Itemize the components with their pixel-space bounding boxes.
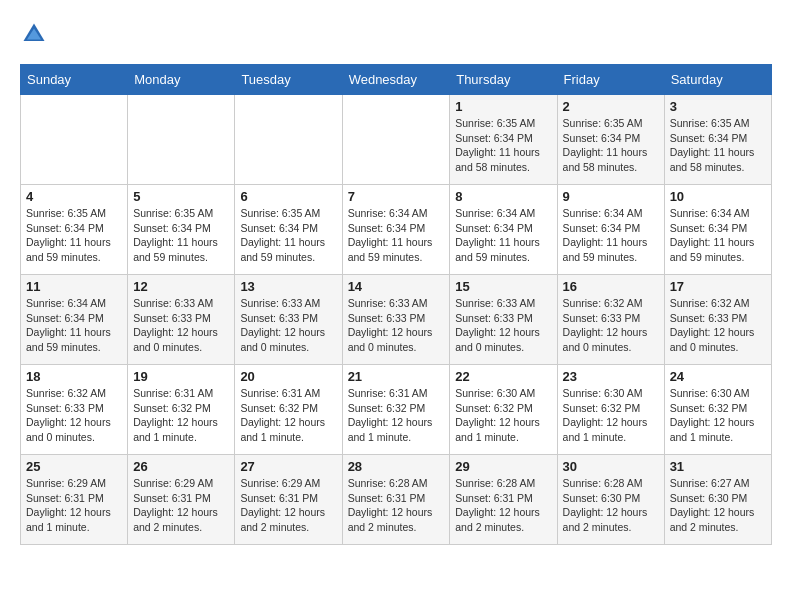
day-number: 17 <box>670 279 766 294</box>
calendar-day-cell: 18Sunrise: 6:32 AM Sunset: 6:33 PM Dayli… <box>21 365 128 455</box>
calendar-week-row: 1Sunrise: 6:35 AM Sunset: 6:34 PM Daylig… <box>21 95 772 185</box>
day-number: 10 <box>670 189 766 204</box>
day-info: Sunrise: 6:28 AM Sunset: 6:31 PM Dayligh… <box>455 476 551 535</box>
day-of-week-header: Sunday <box>21 65 128 95</box>
day-number: 8 <box>455 189 551 204</box>
day-info: Sunrise: 6:35 AM Sunset: 6:34 PM Dayligh… <box>240 206 336 265</box>
day-number: 20 <box>240 369 336 384</box>
day-info: Sunrise: 6:33 AM Sunset: 6:33 PM Dayligh… <box>455 296 551 355</box>
day-of-week-header: Thursday <box>450 65 557 95</box>
calendar-day-cell: 22Sunrise: 6:30 AM Sunset: 6:32 PM Dayli… <box>450 365 557 455</box>
day-number: 27 <box>240 459 336 474</box>
calendar-day-cell: 19Sunrise: 6:31 AM Sunset: 6:32 PM Dayli… <box>128 365 235 455</box>
logo-icon <box>20 20 48 48</box>
day-info: Sunrise: 6:34 AM Sunset: 6:34 PM Dayligh… <box>455 206 551 265</box>
day-number: 15 <box>455 279 551 294</box>
day-info: Sunrise: 6:34 AM Sunset: 6:34 PM Dayligh… <box>563 206 659 265</box>
day-number: 1 <box>455 99 551 114</box>
day-number: 18 <box>26 369 122 384</box>
day-info: Sunrise: 6:34 AM Sunset: 6:34 PM Dayligh… <box>26 296 122 355</box>
calendar-day-cell <box>235 95 342 185</box>
header-row: SundayMondayTuesdayWednesdayThursdayFrid… <box>21 65 772 95</box>
calendar-day-cell: 30Sunrise: 6:28 AM Sunset: 6:30 PM Dayli… <box>557 455 664 545</box>
calendar-day-cell: 4Sunrise: 6:35 AM Sunset: 6:34 PM Daylig… <box>21 185 128 275</box>
day-info: Sunrise: 6:30 AM Sunset: 6:32 PM Dayligh… <box>563 386 659 445</box>
day-info: Sunrise: 6:33 AM Sunset: 6:33 PM Dayligh… <box>240 296 336 355</box>
day-info: Sunrise: 6:32 AM Sunset: 6:33 PM Dayligh… <box>563 296 659 355</box>
day-info: Sunrise: 6:28 AM Sunset: 6:30 PM Dayligh… <box>563 476 659 535</box>
day-info: Sunrise: 6:32 AM Sunset: 6:33 PM Dayligh… <box>26 386 122 445</box>
day-number: 7 <box>348 189 445 204</box>
calendar-day-cell: 23Sunrise: 6:30 AM Sunset: 6:32 PM Dayli… <box>557 365 664 455</box>
page-header <box>20 20 772 48</box>
day-number: 3 <box>670 99 766 114</box>
day-info: Sunrise: 6:30 AM Sunset: 6:32 PM Dayligh… <box>670 386 766 445</box>
day-number: 13 <box>240 279 336 294</box>
day-info: Sunrise: 6:35 AM Sunset: 6:34 PM Dayligh… <box>26 206 122 265</box>
day-info: Sunrise: 6:34 AM Sunset: 6:34 PM Dayligh… <box>670 206 766 265</box>
calendar-day-cell: 5Sunrise: 6:35 AM Sunset: 6:34 PM Daylig… <box>128 185 235 275</box>
day-number: 14 <box>348 279 445 294</box>
day-info: Sunrise: 6:29 AM Sunset: 6:31 PM Dayligh… <box>26 476 122 535</box>
day-number: 2 <box>563 99 659 114</box>
day-number: 28 <box>348 459 445 474</box>
calendar-day-cell: 29Sunrise: 6:28 AM Sunset: 6:31 PM Dayli… <box>450 455 557 545</box>
calendar-day-cell: 28Sunrise: 6:28 AM Sunset: 6:31 PM Dayli… <box>342 455 450 545</box>
day-number: 25 <box>26 459 122 474</box>
day-info: Sunrise: 6:30 AM Sunset: 6:32 PM Dayligh… <box>455 386 551 445</box>
calendar-day-cell: 31Sunrise: 6:27 AM Sunset: 6:30 PM Dayli… <box>664 455 771 545</box>
day-info: Sunrise: 6:35 AM Sunset: 6:34 PM Dayligh… <box>133 206 229 265</box>
calendar-day-cell: 26Sunrise: 6:29 AM Sunset: 6:31 PM Dayli… <box>128 455 235 545</box>
calendar-day-cell <box>21 95 128 185</box>
calendar-week-row: 25Sunrise: 6:29 AM Sunset: 6:31 PM Dayli… <box>21 455 772 545</box>
day-info: Sunrise: 6:27 AM Sunset: 6:30 PM Dayligh… <box>670 476 766 535</box>
day-number: 29 <box>455 459 551 474</box>
day-of-week-header: Saturday <box>664 65 771 95</box>
calendar-day-cell: 11Sunrise: 6:34 AM Sunset: 6:34 PM Dayli… <box>21 275 128 365</box>
day-number: 31 <box>670 459 766 474</box>
day-number: 26 <box>133 459 229 474</box>
day-info: Sunrise: 6:31 AM Sunset: 6:32 PM Dayligh… <box>240 386 336 445</box>
calendar-day-cell: 20Sunrise: 6:31 AM Sunset: 6:32 PM Dayli… <box>235 365 342 455</box>
day-of-week-header: Tuesday <box>235 65 342 95</box>
day-number: 5 <box>133 189 229 204</box>
day-info: Sunrise: 6:33 AM Sunset: 6:33 PM Dayligh… <box>133 296 229 355</box>
day-info: Sunrise: 6:35 AM Sunset: 6:34 PM Dayligh… <box>455 116 551 175</box>
day-info: Sunrise: 6:29 AM Sunset: 6:31 PM Dayligh… <box>133 476 229 535</box>
calendar-day-cell: 2Sunrise: 6:35 AM Sunset: 6:34 PM Daylig… <box>557 95 664 185</box>
day-info: Sunrise: 6:35 AM Sunset: 6:34 PM Dayligh… <box>563 116 659 175</box>
day-of-week-header: Monday <box>128 65 235 95</box>
calendar-day-cell: 25Sunrise: 6:29 AM Sunset: 6:31 PM Dayli… <box>21 455 128 545</box>
day-of-week-header: Wednesday <box>342 65 450 95</box>
day-number: 4 <box>26 189 122 204</box>
day-number: 12 <box>133 279 229 294</box>
calendar-week-row: 11Sunrise: 6:34 AM Sunset: 6:34 PM Dayli… <box>21 275 772 365</box>
calendar-day-cell: 8Sunrise: 6:34 AM Sunset: 6:34 PM Daylig… <box>450 185 557 275</box>
day-info: Sunrise: 6:35 AM Sunset: 6:34 PM Dayligh… <box>670 116 766 175</box>
calendar-day-cell: 17Sunrise: 6:32 AM Sunset: 6:33 PM Dayli… <box>664 275 771 365</box>
day-info: Sunrise: 6:31 AM Sunset: 6:32 PM Dayligh… <box>133 386 229 445</box>
calendar-day-cell: 9Sunrise: 6:34 AM Sunset: 6:34 PM Daylig… <box>557 185 664 275</box>
day-number: 19 <box>133 369 229 384</box>
calendar-day-cell: 13Sunrise: 6:33 AM Sunset: 6:33 PM Dayli… <box>235 275 342 365</box>
calendar-week-row: 18Sunrise: 6:32 AM Sunset: 6:33 PM Dayli… <box>21 365 772 455</box>
day-info: Sunrise: 6:32 AM Sunset: 6:33 PM Dayligh… <box>670 296 766 355</box>
day-number: 9 <box>563 189 659 204</box>
day-info: Sunrise: 6:31 AM Sunset: 6:32 PM Dayligh… <box>348 386 445 445</box>
calendar-day-cell <box>342 95 450 185</box>
day-info: Sunrise: 6:34 AM Sunset: 6:34 PM Dayligh… <box>348 206 445 265</box>
calendar-day-cell: 27Sunrise: 6:29 AM Sunset: 6:31 PM Dayli… <box>235 455 342 545</box>
day-number: 22 <box>455 369 551 384</box>
day-number: 23 <box>563 369 659 384</box>
calendar-table: SundayMondayTuesdayWednesdayThursdayFrid… <box>20 64 772 545</box>
day-number: 16 <box>563 279 659 294</box>
calendar-day-cell: 7Sunrise: 6:34 AM Sunset: 6:34 PM Daylig… <box>342 185 450 275</box>
day-of-week-header: Friday <box>557 65 664 95</box>
calendar-day-cell: 15Sunrise: 6:33 AM Sunset: 6:33 PM Dayli… <box>450 275 557 365</box>
day-number: 30 <box>563 459 659 474</box>
calendar-day-cell: 10Sunrise: 6:34 AM Sunset: 6:34 PM Dayli… <box>664 185 771 275</box>
calendar-day-cell: 3Sunrise: 6:35 AM Sunset: 6:34 PM Daylig… <box>664 95 771 185</box>
day-number: 6 <box>240 189 336 204</box>
calendar-day-cell <box>128 95 235 185</box>
day-number: 24 <box>670 369 766 384</box>
